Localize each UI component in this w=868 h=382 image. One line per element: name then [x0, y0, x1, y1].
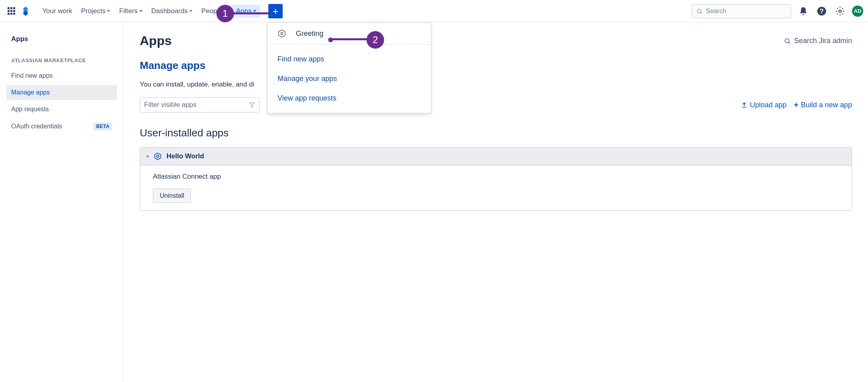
svg-point-6	[281, 32, 283, 35]
svg-point-7	[785, 39, 789, 43]
dropdown-item-label: Manage your apps	[277, 75, 337, 83]
sidebar-section-label: ATLASSIAN MARKETPLACE	[6, 57, 117, 68]
settings-icon[interactable]	[834, 5, 846, 18]
chevron-down-icon	[107, 10, 110, 12]
beta-badge: BETA	[93, 122, 112, 130]
app-icon	[277, 29, 286, 38]
build-app-link[interactable]: + Build a new app	[794, 100, 852, 110]
chevron-down-icon	[139, 10, 143, 12]
avatar[interactable]: AD	[852, 6, 863, 17]
build-label: Build a new app	[801, 101, 852, 109]
app-panel-body: Atlassian Connect app Uninstall	[140, 165, 852, 210]
body-wrap: Apps ATLASSIAN MARKETPLACE Find new apps…	[0, 22, 868, 382]
admin-search-link[interactable]: Search Jira admin	[784, 37, 852, 45]
jira-logo-icon[interactable]	[19, 5, 32, 18]
plus-icon: +	[272, 6, 278, 16]
annotation-dot-2	[328, 37, 333, 42]
app-switcher-icon[interactable]	[5, 5, 18, 18]
top-nav-left: Your work Projects Filters Dashboards Pe…	[5, 4, 283, 18]
grid-icon	[8, 7, 15, 15]
global-search[interactable]	[692, 4, 791, 18]
create-button[interactable]: +	[268, 4, 283, 18]
plus-icon: +	[794, 100, 799, 110]
upload-label: Upload app	[750, 101, 787, 109]
sidebar-title: Apps	[6, 32, 117, 46]
search-icon	[696, 8, 703, 15]
annotation-callout-2: 2	[367, 31, 384, 49]
sidebar: Apps ATLASSIAN MARKETPLACE Find new apps…	[0, 22, 124, 382]
svg-text:?: ?	[820, 8, 824, 15]
main-content: Apps Search Jira admin Manage apps You c…	[124, 22, 868, 382]
sidebar-item-manage-apps[interactable]: Manage apps	[6, 85, 117, 100]
dropdown-view-requests[interactable]: View app requests	[268, 89, 431, 108]
main-header-row: Apps Search Jira admin	[140, 33, 852, 48]
nav-projects[interactable]: Projects	[77, 5, 114, 18]
help-icon[interactable]: ?	[815, 5, 828, 18]
callout-number: 1	[222, 8, 228, 19]
dropdown-item-label: View app requests	[277, 94, 337, 102]
filter-apps-field[interactable]	[140, 97, 260, 112]
svg-point-11	[157, 155, 159, 158]
app-icon	[154, 152, 162, 160]
svg-marker-9	[250, 103, 254, 107]
nav-label: Projects	[81, 7, 105, 15]
filter-row: User-installed ▾ Upload app + Build a ne…	[140, 97, 852, 112]
nav-label: Dashboards	[151, 7, 188, 15]
filter-icon	[249, 102, 255, 108]
admin-search-label: Search Jira admin	[794, 37, 852, 45]
greeting-app-item[interactable]: Greeting	[277, 29, 421, 38]
app-panel: ▾ Hello World Atlassian Connect app Unin…	[140, 147, 852, 211]
top-navigation: Your work Projects Filters Dashboards Pe…	[0, 0, 868, 22]
callout-number: 2	[373, 34, 378, 45]
app-name: Hello World	[166, 152, 204, 160]
annotation-callout-1: 1	[216, 5, 234, 22]
chevron-down-icon	[189, 10, 192, 12]
uninstall-button[interactable]: Uninstall	[153, 189, 191, 203]
nav-apps[interactable]: Apps	[232, 5, 260, 18]
nav-dashboards[interactable]: Dashboards	[147, 5, 197, 18]
sidebar-item-label: Manage apps	[11, 89, 50, 96]
section-title: Manage apps	[140, 59, 852, 72]
page-title: Apps	[140, 33, 172, 48]
dropdown-item-label: Find new apps	[277, 55, 324, 63]
annotation-line-2	[331, 38, 371, 40]
sidebar-item-app-requests[interactable]: App requests	[6, 102, 117, 117]
filter-input[interactable]	[144, 101, 249, 109]
upload-icon	[741, 102, 747, 108]
svg-marker-10	[155, 153, 161, 160]
chevron-down-icon	[253, 10, 256, 12]
dropdown-links-section: Find new apps Manage your apps View app …	[268, 45, 431, 113]
apps-dropdown: Greeting Find new apps Manage your apps …	[268, 22, 431, 113]
avatar-initials: AD	[854, 8, 862, 14]
upload-app-link[interactable]: Upload app	[741, 100, 787, 110]
search-icon	[784, 37, 791, 45]
sidebar-item-oauth[interactable]: OAuth credentials BETA	[6, 118, 117, 134]
svg-line-1	[701, 12, 702, 13]
svg-marker-5	[279, 30, 285, 37]
nav-label: Filters	[119, 7, 137, 15]
chevron-down-icon: ▾	[147, 154, 149, 159]
action-links: Upload app + Build a new app	[741, 100, 852, 110]
svg-point-0	[698, 9, 701, 12]
greeting-label: Greeting	[296, 30, 323, 38]
sidebar-item-label: App requests	[11, 106, 49, 113]
dropdown-find-new-apps[interactable]: Find new apps	[268, 49, 431, 69]
svg-point-4	[839, 10, 841, 12]
notifications-icon[interactable]	[797, 5, 810, 18]
nav-your-work[interactable]: Your work	[38, 5, 76, 18]
annotation-line-1	[233, 12, 270, 14]
search-input[interactable]	[706, 8, 787, 15]
svg-line-8	[789, 42, 790, 44]
subsection-title: User-installed apps	[140, 127, 852, 139]
sidebar-item-label: Find new apps	[11, 72, 53, 79]
section-description: You can install, update, enable, and di	[140, 81, 852, 89]
dropdown-featured-section: Greeting	[268, 23, 431, 45]
top-nav-right: ? AD	[692, 4, 863, 18]
dropdown-manage-apps[interactable]: Manage your apps	[268, 69, 431, 89]
sidebar-item-label: OAuth credentials	[11, 123, 62, 130]
sidebar-item-find-apps[interactable]: Find new apps	[6, 68, 117, 83]
app-description: Atlassian Connect app	[153, 173, 839, 181]
nav-filters[interactable]: Filters	[115, 5, 146, 18]
nav-label: Your work	[42, 7, 72, 15]
app-panel-header[interactable]: ▾ Hello World	[140, 148, 852, 165]
